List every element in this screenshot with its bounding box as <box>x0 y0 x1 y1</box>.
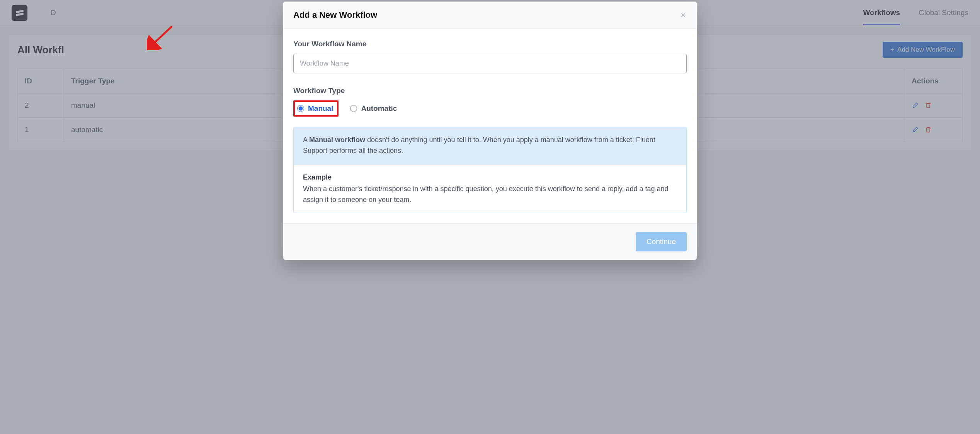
radio-manual-label: Manual <box>308 104 333 113</box>
radio-manual[interactable]: Manual <box>297 104 333 113</box>
add-workflow-modal: Add a New Workflow Your Workflow Name Wo… <box>283 2 697 260</box>
workflow-name-input[interactable] <box>293 54 687 73</box>
radio-automatic-label: Automatic <box>361 104 397 113</box>
close-icon[interactable] <box>680 12 687 19</box>
workflow-type-label: Workflow Type <box>293 86 687 95</box>
radio-automatic[interactable]: Automatic <box>350 104 397 113</box>
workflow-type-info: A Manual workflow doesn't do anything un… <box>293 127 687 213</box>
info-description: A Manual workflow doesn't do anything un… <box>294 127 686 164</box>
workflow-type-options: Manual Automatic <box>293 100 687 117</box>
example-body: When a customer's ticket/response in wit… <box>303 185 669 203</box>
workflow-name-label: Your Workflow Name <box>293 40 687 48</box>
continue-button[interactable]: Continue <box>636 232 687 251</box>
modal-title: Add a New Workflow <box>293 10 680 20</box>
example-title: Example <box>303 172 677 183</box>
info-example: Example When a customer's ticket/respons… <box>294 164 686 213</box>
manual-highlight-box: Manual <box>293 100 339 117</box>
radio-automatic-input[interactable] <box>350 105 357 112</box>
radio-manual-input[interactable] <box>297 105 304 112</box>
